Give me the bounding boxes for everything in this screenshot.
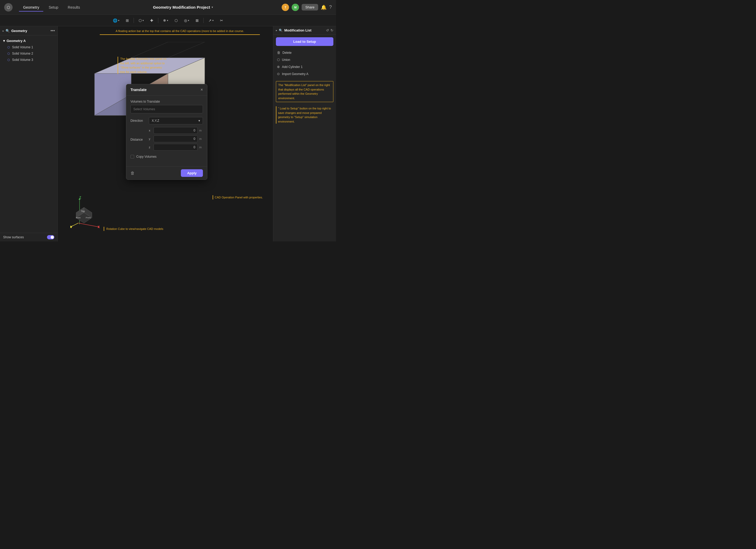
axis-y-label: Y — [70, 225, 72, 229]
dialog-title: Translate — [130, 88, 146, 92]
show-surfaces-label: Show surfaces — [3, 235, 24, 239]
annotation-cad-operation: CAD Operation Panel with properties. — [213, 195, 263, 200]
select-volumes-input[interactable] — [130, 105, 203, 113]
view-tool-button[interactable]: ◎ ▾ — [181, 17, 192, 24]
globe-tool-button[interactable]: 🌐 ▾ — [110, 17, 122, 24]
list-item[interactable]: ⬡ Solid Volume 2 — [0, 50, 57, 57]
volume-label-3: Solid Volume 3 — [12, 58, 33, 62]
show-surfaces-toggle[interactable] — [47, 235, 54, 239]
nav-tabs: Geometry Setup Results — [19, 4, 84, 11]
copy-volumes-checkbox[interactable] — [130, 155, 134, 159]
top-navigation: ⬡ Geometry Setup Results Geometry Modifi… — [0, 0, 336, 15]
axis-x-label: X — [98, 225, 100, 229]
list-item[interactable]: ⬡ Solid Volume 1 — [0, 44, 57, 50]
collapse-arrow-icon[interactable]: ▸ — [3, 29, 4, 32]
xyz-fields: x m y m z m — [149, 127, 203, 152]
toolbar-separator-3 — [203, 18, 204, 23]
avatar-m[interactable]: M — [292, 4, 299, 11]
panel-title: Geometry — [11, 29, 49, 33]
annotation-rotation-cube: Rotation Cube to view/navigate CAD model… — [104, 227, 163, 231]
volume-label-2: Solid Volume 2 — [12, 52, 33, 55]
y-axis-label: y — [149, 137, 153, 140]
nav-right-controls: T M Share 🔔 ? — [282, 4, 332, 11]
list-item[interactable]: ⊕ Add Cylinder 1 — [273, 63, 336, 70]
axis-z-label: Z — [79, 196, 81, 199]
more-options-icon[interactable]: ••• — [50, 28, 55, 33]
triangle-icon: ▾ — [3, 39, 5, 43]
annotation-toolbar-text: A floating action bar at the top that co… — [100, 29, 260, 35]
list-item[interactable]: ⊙ Import Geometry A — [273, 70, 336, 77]
help-icon[interactable]: ? — [329, 4, 332, 10]
collapse-arrow-right-icon[interactable]: ▸ — [276, 29, 277, 32]
avatar-t[interactable]: T — [282, 4, 289, 11]
x-field-row: x m — [149, 127, 203, 134]
rotation-cube-svg: Top Back Front — [73, 205, 95, 226]
svg-text:Back: Back — [76, 217, 81, 219]
logo-icon[interactable]: ⬡ — [4, 3, 13, 12]
tree-group-geometry-a[interactable]: ▾ Geometry A — [0, 38, 57, 44]
tab-geometry[interactable]: Geometry — [19, 4, 43, 11]
load-to-setup-button[interactable]: Load to Setup — [276, 37, 333, 46]
tab-setup[interactable]: Setup — [44, 4, 62, 11]
volume-icon-1: ⬡ — [7, 46, 10, 49]
viewport[interactable]: A floating action bar at the top that co… — [58, 26, 273, 241]
measure-tool-button[interactable]: ↗ ▾ — [206, 17, 216, 24]
modification-list: 🗑 Delete ⬡ Union ⊕ Add Cylinder 1 ⊙ Impo… — [273, 47, 336, 79]
toolbar-separator-2 — [158, 18, 158, 23]
op-tool-button[interactable]: ⬡ — [172, 17, 180, 24]
group-label: Geometry A — [7, 39, 26, 43]
z-value-input[interactable] — [154, 144, 198, 151]
list-item[interactable]: ⬡ Union — [273, 56, 336, 63]
x-axis-label: x — [149, 129, 153, 132]
x-unit-label: m — [199, 129, 203, 132]
direction-label: Direction — [130, 119, 149, 123]
import-geometry-mod-icon: ⊙ — [277, 72, 280, 76]
annotation-modification-list: The "Modification List" panel on the rig… — [276, 81, 333, 102]
add-cylinder-mod-icon: ⊕ — [277, 65, 280, 69]
geometry-tree: ▾ Geometry A ⬡ Solid Volume 1 ⬡ Solid Vo… — [0, 35, 57, 233]
grid-tool-button[interactable]: ⊞ — [123, 17, 132, 24]
panel-header: ▸ 🔍 Geometry ••• — [0, 26, 57, 35]
redo-icon[interactable]: ↻ — [330, 28, 333, 32]
undo-icon[interactable]: ↺ — [326, 28, 329, 32]
list-item[interactable]: ⬡ Solid Volume 3 — [0, 57, 57, 63]
y-value-input[interactable] — [154, 135, 198, 142]
chevron-down-icon: ▾ — [212, 6, 213, 9]
volumes-to-translate-label: Volumes to Translate — [130, 100, 203, 103]
bell-icon[interactable]: 🔔 — [321, 4, 327, 10]
svg-text:Front: Front — [86, 217, 91, 219]
delete-icon[interactable]: 🗑 — [130, 171, 135, 176]
distance-row: Distance x m y m z — [130, 127, 203, 152]
share-button[interactable]: Share — [302, 4, 318, 10]
mod-union-label: Union — [282, 58, 290, 62]
distance-label: Distance — [130, 138, 149, 141]
geometry-panel: ▸ 🔍 Geometry ••• ▾ Geometry A ⬡ Solid Vo… — [0, 26, 58, 241]
z-axis-label: z — [149, 146, 153, 149]
y-field-row: y m — [149, 135, 203, 142]
chevron-down-icon: ▾ — [198, 119, 200, 123]
main-area: ▸ 🔍 Geometry ••• ▾ Geometry A ⬡ Solid Vo… — [0, 26, 336, 241]
solid-tool-button[interactable]: ⬡ ▾ — [136, 17, 146, 24]
list-item[interactable]: 🗑 Delete — [273, 49, 336, 56]
transform-tool-button[interactable]: ❄ ▾ — [160, 17, 171, 24]
volume-icon-3: ⬡ — [7, 58, 10, 62]
direction-row: Direction X,Y,Z ▾ — [130, 117, 203, 124]
dialog-header: Translate × — [126, 84, 207, 96]
svg-marker-7 — [131, 42, 205, 58]
select-tool-button[interactable]: ✚ — [148, 17, 156, 24]
apply-button[interactable]: Apply — [181, 169, 203, 177]
volume-label-1: Solid Volume 1 — [12, 45, 33, 49]
volume-icon-2: ⬡ — [7, 52, 10, 55]
x-value-input[interactable] — [154, 127, 198, 134]
close-icon[interactable]: × — [201, 87, 203, 92]
project-title: Geometry Modification Project ▾ — [91, 5, 276, 9]
dialog-footer: 🗑 Apply — [126, 166, 207, 180]
direction-dropdown[interactable]: X,Y,Z ▾ — [149, 117, 203, 124]
mod-import-geometry-label: Import Geometry A — [282, 72, 308, 76]
annotation-load-to-setup: " Load to Setup" button on the top right… — [276, 106, 333, 124]
cut-tool-button[interactable]: ✂ — [217, 17, 226, 24]
copy-volumes-label: Copy Volumes — [136, 155, 156, 159]
tab-results[interactable]: Results — [64, 4, 84, 11]
rotation-cube[interactable]: Top Back Front — [73, 205, 95, 226]
hide-tool-button[interactable]: ⊠ — [193, 17, 201, 24]
